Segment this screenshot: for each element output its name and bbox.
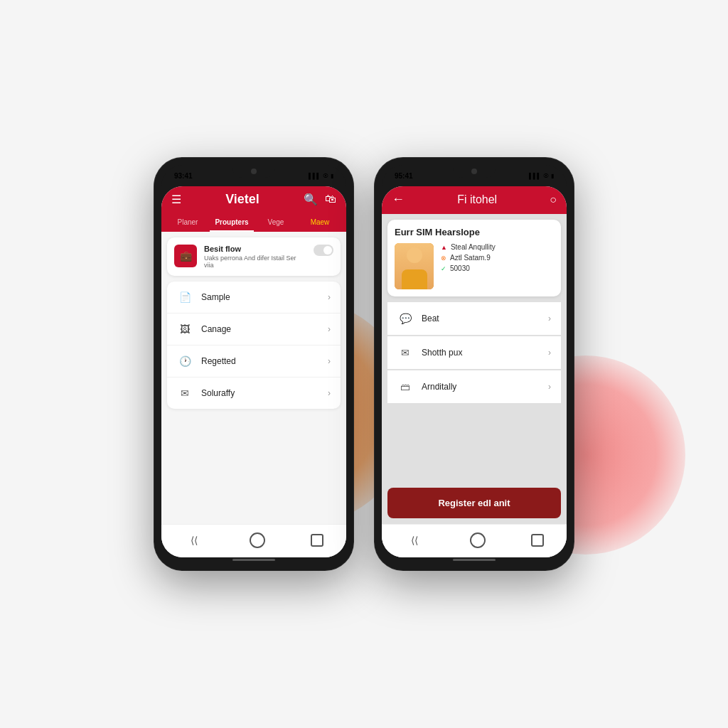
sim-info-text-3: 50030 xyxy=(450,264,470,272)
phone1-camera xyxy=(251,168,257,174)
phone1-bottom-bar xyxy=(161,557,346,563)
briefcase-icon: 💼 xyxy=(180,250,192,262)
phone2-search-icon[interactable]: ○ xyxy=(550,193,557,206)
arrow-icon-beat: › xyxy=(548,314,551,323)
doc-icon: 📄 xyxy=(177,289,193,305)
arrow-icon-sample: › xyxy=(328,292,331,302)
phone1-top-bar: 93:41 ▌▌▌ ⦿ ▮ xyxy=(161,165,346,186)
menu-item-soluraffy[interactable]: ✉ Soluraffy › xyxy=(167,378,341,409)
phone2-bottom-nav: ⟨⟨ xyxy=(382,524,567,557)
menu-item-sample-label: Sample xyxy=(201,292,319,302)
phone1-header-icons: 🔍 🛍 xyxy=(304,193,336,206)
phone2-inner: ← Fi itohel ○ Eurr SIM Hearslope xyxy=(382,186,567,557)
phone1-signal: ▌▌▌ xyxy=(309,173,321,179)
phone2-home-indicator xyxy=(453,559,496,561)
menu-item-beat[interactable]: 💬 Beat › xyxy=(387,302,561,335)
chat-icon: 💬 xyxy=(397,311,413,326)
menu-item-canage-label: Canage xyxy=(201,324,319,334)
phone1-status-icons: ▌▌▌ ⦿ ▮ xyxy=(309,173,333,179)
phone2-bottom-bar xyxy=(382,557,567,563)
phone2-app-header: ← Fi itohel ○ xyxy=(382,186,567,214)
sim-info-text-2: Aztl Satam.9 xyxy=(450,254,491,262)
sim-avatar xyxy=(395,243,434,289)
phone1-banner-toggle[interactable] xyxy=(314,245,333,256)
avatar-figure xyxy=(395,243,434,289)
phone1-time: 93:41 xyxy=(174,172,193,180)
phone2-battery-icon: ▮ xyxy=(551,173,554,179)
phone1-battery-icon: ▮ xyxy=(331,173,333,179)
phone1-menu-icon[interactable]: ☰ xyxy=(171,193,181,206)
phone-1: 93:41 ▌▌▌ ⦿ ▮ ☰ Vietel 🔍 🛍 Planer xyxy=(154,158,353,570)
envelope-icon: ✉ xyxy=(397,345,413,360)
menu-item-shotth[interactable]: ✉ Shotth pux › xyxy=(387,336,561,369)
sim-info-row-1: ▲ Steal Anqullity xyxy=(441,243,554,251)
phone2-app-title: Fi itohel xyxy=(457,193,497,206)
phone1-menu-list: 📄 Sample › 🖼 Canage › 🕐 Regetted › xyxy=(167,282,341,409)
arrow-icon-arnditally: › xyxy=(548,382,551,392)
sim-info-rows: ▲ Steal Anqullity ⊗ Aztl Satam.9 ✓ 50030 xyxy=(441,243,554,289)
phone1-bag-icon[interactable]: 🛍 xyxy=(325,193,336,206)
phone2-signal: ▌▌▌ xyxy=(529,173,541,179)
menu-item-regetted-label: Regetted xyxy=(201,356,319,366)
phone1-banner-text: Besit flow Uaks perrona And difer Istail… xyxy=(204,245,306,269)
phone1-inner: ☰ Vietel 🔍 🛍 Planer Proupters Vege xyxy=(161,186,346,557)
phone2-time: 95:41 xyxy=(395,172,413,180)
tab-proupters[interactable]: Proupters xyxy=(210,214,254,232)
phone2-top-bar: 95:41 ▌▌▌ ⦿ ▮ xyxy=(382,165,567,186)
phone2-back-icon[interactable]: ← xyxy=(392,192,405,207)
menu-item-sample[interactable]: 📄 Sample › xyxy=(167,282,341,314)
arrow-icon-regetted: › xyxy=(328,356,331,366)
menu-item-arnditally-label: Arnditally xyxy=(422,382,540,392)
phone2-notch xyxy=(453,165,496,178)
cross-icon: ⊗ xyxy=(441,255,446,262)
phone1-app-title: Vietel xyxy=(225,192,259,207)
phone1-content: 💼 Besit flow Uaks perrona And difer Ista… xyxy=(161,232,346,524)
arrow-icon-soluraffy: › xyxy=(328,388,331,398)
phone1-nav-home[interactable] xyxy=(250,532,265,548)
sim-card-body: ▲ Steal Anqullity ⊗ Aztl Satam.9 ✓ 50030 xyxy=(395,243,554,289)
phone1-nav-recent[interactable] xyxy=(311,534,323,547)
phone1-wifi-icon: ⦿ xyxy=(323,173,328,179)
menu-item-arnditally[interactable]: 🗃 Arnditally › xyxy=(387,370,561,403)
phone1-home-indicator xyxy=(232,559,275,561)
avatar-body xyxy=(402,269,427,289)
phone1-tabs: Planer Proupters Vege Maew xyxy=(161,214,346,232)
phone2-nav-home[interactable] xyxy=(470,532,486,548)
sim-info-text-1: Steal Anqullity xyxy=(451,243,496,251)
phone2-camera xyxy=(471,168,477,174)
phone2-content: Eurr SIM Hearslope ▲ Steal Anqullity xyxy=(382,214,567,524)
tab-maew[interactable]: Maew xyxy=(298,214,342,232)
phone-2: 95:41 ▌▌▌ ⦿ ▮ ← Fi itohel ○ Eurr SIM Hea… xyxy=(375,158,574,570)
phone1-notch xyxy=(232,165,275,178)
phone1-bottom-nav: ⟨⟨ xyxy=(161,524,346,557)
phone1-banner-title: Besit flow xyxy=(204,245,306,253)
img-icon: 🖼 xyxy=(177,321,193,337)
menu-item-canage[interactable]: 🖼 Canage › xyxy=(167,314,341,346)
sim-info-card: Eurr SIM Hearslope ▲ Steal Anqullity xyxy=(387,220,561,296)
avatar-head xyxy=(407,247,422,263)
phone1-banner-card: 💼 Besit flow Uaks perrona And difer Ista… xyxy=(167,237,341,276)
phone1-banner-icon: 💼 xyxy=(174,245,197,267)
sim-info-row-2: ⊗ Aztl Satam.9 xyxy=(441,254,554,262)
menu-item-shotth-label: Shotth pux xyxy=(422,348,540,358)
triangle-icon: ▲ xyxy=(441,244,447,251)
register-button[interactable]: Register edl anit xyxy=(387,488,561,518)
menu-item-regetted[interactable]: 🕐 Regetted › xyxy=(167,346,341,378)
spacer xyxy=(382,403,567,488)
phone1-banner-subtitle: Uaks perrona And difer Istail Ser viia xyxy=(204,255,306,269)
menu-item-soluraffy-label: Soluraffy xyxy=(201,388,319,398)
archive-icon: 🗃 xyxy=(397,379,413,395)
arrow-icon-shotth: › xyxy=(548,348,551,358)
phone1-nav-back[interactable]: ⟨⟨ xyxy=(184,530,204,550)
phone2-wifi-icon: ⦿ xyxy=(543,173,549,179)
tab-vege[interactable]: Vege xyxy=(254,214,298,232)
phone2-nav-recent[interactable] xyxy=(531,534,544,547)
phone1-app-header: ☰ Vietel 🔍 🛍 xyxy=(161,186,346,214)
phones-container: 93:41 ▌▌▌ ⦿ ▮ ☰ Vietel 🔍 🛍 Planer xyxy=(154,158,574,570)
check-icon: ✓ xyxy=(441,265,446,272)
phone2-nav-back[interactable]: ⟨⟨ xyxy=(405,530,424,550)
sim-card-title: Eurr SIM Hearslope xyxy=(395,227,554,237)
phone2-status-icons: ▌▌▌ ⦿ ▮ xyxy=(529,173,554,179)
phone1-search-icon[interactable]: 🔍 xyxy=(304,193,318,206)
tab-planer[interactable]: Planer xyxy=(166,214,210,232)
